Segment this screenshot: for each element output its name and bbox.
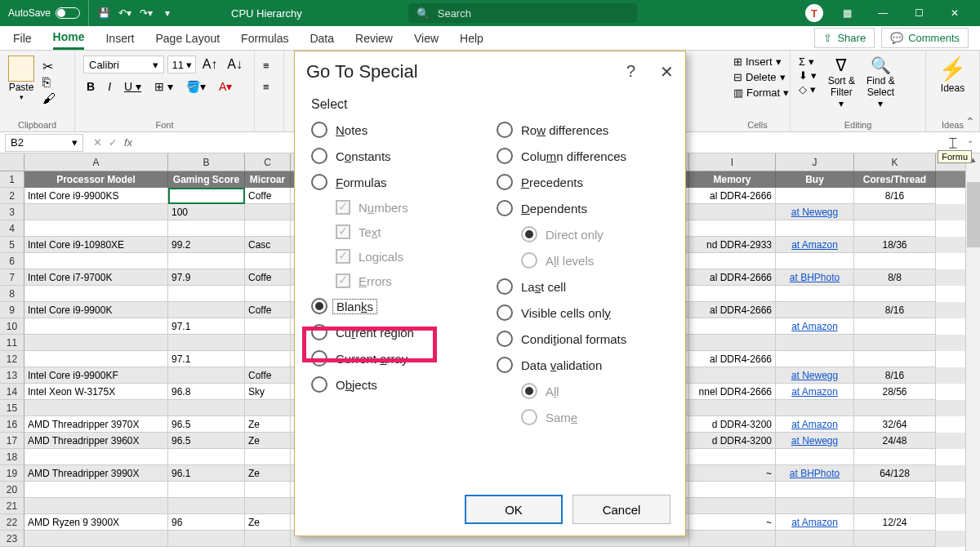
cell[interactable]: Intel Core i9-9900KS [24,188,168,204]
cell[interactable] [689,482,776,498]
row-header[interactable]: 19 [0,465,24,482]
delete-cells-button[interactable]: ⊟Delete ▾ [733,71,782,83]
cell[interactable] [245,286,291,302]
cancel-button[interactable]: Cancel [572,495,670,524]
header-memory[interactable]: Memory [689,171,776,188]
cell[interactable]: at Amazon [776,384,854,400]
cell[interactable] [168,498,245,514]
cell[interactable]: Ze [245,514,291,531]
autosave-toggle[interactable]: AutoSave [0,0,89,26]
insert-cells-button[interactable]: ⊞Insert ▾ [733,56,782,68]
cell[interactable]: 96.8 [168,384,245,400]
buy-link[interactable]: at Amazon [791,517,838,528]
col-header-a[interactable]: A [24,153,168,171]
cell[interactable]: AMD Threadripper 3970X [24,416,168,433]
fill-icon[interactable]: ⬇ ▾ [799,69,817,82]
cell[interactable] [245,449,291,465]
qat-customize-icon[interactable]: ▾ [161,7,174,20]
border-button[interactable]: ⊞ ▾ [151,78,176,95]
row-header[interactable]: 21 [0,498,24,514]
cell[interactable]: 32/64 [854,416,936,433]
row-header[interactable]: 12 [0,351,24,367]
cell[interactable] [168,449,245,465]
cut-icon[interactable]: ✂ [42,59,57,72]
cell[interactable]: al DDR4-2666 [689,351,776,367]
buy-link[interactable]: at Newegg [791,435,838,447]
cell[interactable]: Intel Core i7-9700K [24,269,168,286]
radio-option-dependents[interactable]: Dependents [497,200,669,216]
cell[interactable]: 97.9 [168,269,245,286]
radio-option-notes[interactable]: Notes [311,122,483,138]
row-header[interactable]: 5 [0,237,24,253]
enter-formula-icon[interactable]: ✓ [109,136,118,149]
cell[interactable]: AMD Threadripper 3960X [24,433,168,449]
cell[interactable]: 12/24 [854,514,936,531]
cell[interactable]: AMD Threadripper 3990X [24,465,168,482]
row-header[interactable]: 2 [0,188,24,204]
cell[interactable]: at BHPhoto [776,269,854,286]
row-header[interactable]: 20 [0,482,24,498]
cell[interactable]: al DDR4-2666 [689,269,776,286]
buy-link[interactable]: at Amazon [791,386,838,398]
cell[interactable]: 100 [168,204,245,220]
cell[interactable]: ~ [689,465,776,482]
cell[interactable]: Intel Xeon W-3175X [24,384,168,400]
cell[interactable] [24,351,168,367]
tab-help[interactable]: Help [460,29,483,48]
cell[interactable] [245,335,291,351]
radio-option-row-differences[interactable]: Row differences [497,122,669,138]
radio-option-last-cell[interactable]: Last cell [497,278,669,295]
cell[interactable]: at Newegg [776,433,854,449]
close-icon[interactable]: ✕ [660,62,674,82]
col-header-k[interactable]: K [854,153,936,171]
cell[interactable] [854,351,936,367]
cell[interactable] [854,220,936,237]
cell[interactable] [854,335,936,351]
tab-review[interactable]: Review [355,29,393,48]
cell[interactable]: 64/128 [854,465,936,482]
radio-option-visible-cells-only[interactable]: Visible cells only [497,304,669,321]
decrease-font-icon[interactable]: A↓ [224,56,246,73]
ideas-icon[interactable]: ⚡ [934,56,971,82]
radio-option-constants[interactable]: Constants [311,148,483,164]
col-header-c[interactable]: C [245,153,291,171]
search-input[interactable]: 🔍 Search [408,3,637,23]
cell[interactable] [24,220,168,237]
cell[interactable] [854,482,936,498]
radio-option-current-array[interactable]: Current array [311,350,483,367]
cell[interactable]: Ze [245,433,291,449]
cell[interactable]: nd DDR4-2933 [689,237,776,253]
cell[interactable] [24,449,168,465]
bold-button[interactable]: B [83,78,98,95]
row-header[interactable]: 13 [0,367,24,384]
cell[interactable] [689,286,776,302]
cell[interactable] [245,220,291,237]
row-header[interactable]: 14 [0,384,24,400]
cell[interactable] [24,286,168,302]
cell[interactable]: 99.2 [168,237,245,253]
cell[interactable]: at Amazon [776,514,854,531]
ok-button[interactable]: OK [465,495,563,524]
cell[interactable] [245,531,291,547]
cell[interactable]: Intel Core i9-9900KF [24,367,168,384]
tab-formulas[interactable]: Formulas [241,29,288,48]
share-button[interactable]: ⇧Share [814,28,875,48]
radio-option-formulas[interactable]: Formulas [311,174,483,190]
help-icon[interactable]: ? [626,62,635,82]
col-header-b[interactable]: B [168,153,245,171]
cell[interactable]: ~ [689,514,776,531]
buy-link[interactable]: at BHPhoto [790,468,840,479]
cell[interactable] [854,449,936,465]
cell[interactable] [689,335,776,351]
cell[interactable]: Casc [245,237,291,253]
buy-link[interactable]: at BHPhoto [790,272,840,283]
cell[interactable] [689,531,776,547]
tab-insert[interactable]: Insert [105,29,134,48]
font-size-select[interactable]: 11▾ [167,56,195,73]
cell[interactable] [24,204,168,220]
collapse-ribbon-icon[interactable]: ⌃ [965,115,975,128]
cell[interactable]: at BHPhoto [776,465,854,482]
cell[interactable] [776,531,854,547]
name-box[interactable]: B2▾ [5,134,83,152]
redo-icon[interactable]: ↷▾ [140,7,153,20]
